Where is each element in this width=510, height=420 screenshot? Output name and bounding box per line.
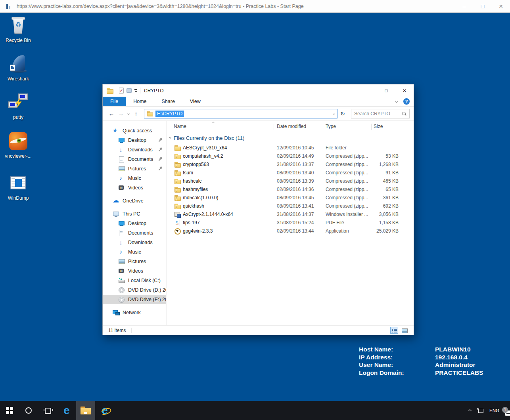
browser-close-button[interactable]: ✕: [492, 0, 510, 12]
group-rule: [248, 138, 410, 138]
sidebar-item-music[interactable]: Music: [103, 174, 166, 183]
tab-view[interactable]: View: [182, 97, 208, 106]
large-icons-view-button[interactable]: [400, 327, 408, 334]
address-dropdown-icon[interactable]: [333, 113, 335, 115]
file-row[interactable]: hashmyfiles02/09/2016 14:36Compressed (z…: [167, 185, 414, 194]
file-size: 361 KB: [351, 195, 399, 200]
column-header-name[interactable]: Name: [174, 124, 186, 129]
tab-file[interactable]: File: [103, 97, 126, 106]
collapse-group-icon[interactable]: [169, 136, 171, 139]
cortana-search-button[interactable]: [19, 401, 38, 420]
address-text[interactable]: E:\CRYPTO: [155, 111, 184, 117]
file-date: 08/09/2016 13:45: [277, 195, 314, 200]
file-type: File folder: [326, 145, 347, 151]
screen: https://www.practice-labs.com/device.asp…: [0, 0, 510, 420]
address-bar[interactable]: E:\CRYPTO: [144, 109, 337, 118]
task-view-icon: [44, 408, 52, 413]
search-placeholder[interactable]: Search CRYPTO: [354, 111, 402, 116]
sidebar-item-network[interactable]: Network: [103, 308, 166, 317]
sidebar-item-dvd-drive-e-2016[interactable]: DVD Drive (E:) 2016: [103, 295, 166, 304]
file-row[interactable]: AESCrypt_v310_x6412/09/2016 10:45File fo…: [167, 144, 414, 152]
file-row[interactable]: quickhash08/09/2016 13:41Compressed (zip…: [167, 202, 414, 210]
sidebar-item-label: DVD Drive (E:) 2016: [128, 297, 166, 302]
sidebar-item-dvd-drive-d-2014[interactable]: DVD Drive (D:) 2014: [103, 285, 166, 295]
start-button[interactable]: [0, 401, 19, 420]
column-separator[interactable]: [323, 124, 323, 130]
details-view-button[interactable]: [390, 327, 398, 334]
desktop-icon-windump[interactable]: WinDump: [0, 173, 36, 201]
file-row[interactable]: gpg4win-2.3.302/09/2016 13:44Application…: [167, 227, 414, 235]
file-row[interactable]: hashcalc08/09/2016 13:39Compressed (zipp…: [167, 177, 414, 185]
sidebar-item-label: Documents: [128, 230, 153, 236]
file-row[interactable]: pdffips-19731/08/2016 15:24PDF File1,158…: [167, 219, 414, 227]
file-explorer-taskbar-button[interactable]: [76, 401, 95, 420]
sidebar-item-label: DVD Drive (D:) 2014: [128, 287, 166, 293]
desktop-icon-wireshark[interactable]: Wireshark: [0, 53, 36, 82]
file-row[interactable]: cryptopp56331/08/2016 13:37Compressed (z…: [167, 160, 414, 169]
forward-button[interactable]: →: [116, 110, 126, 117]
search-box[interactable]: Search CRYPTO: [351, 109, 410, 118]
file-group-header[interactable]: Files Currently on the Disc (11): [169, 134, 410, 142]
file-row[interactable]: computehash_v4.202/09/2016 14:49Compress…: [167, 152, 414, 160]
recent-locations-dropdown-icon[interactable]: [126, 113, 131, 115]
sidebar-item-desktop[interactable]: Desktop: [103, 136, 166, 145]
sidebar-item-onedrive[interactable]: OneDrive: [103, 196, 166, 206]
help-icon[interactable]: ?: [403, 98, 410, 105]
app-file-icon: [174, 228, 180, 234]
logon-domain-value: PRACTICELABS: [435, 369, 483, 377]
file-row[interactable]: fsum08/09/2016 13:40Compressed (zipp...9…: [167, 169, 414, 177]
qat-customize-dropdown-icon[interactable]: [134, 89, 137, 92]
column-header-size[interactable]: Size: [374, 124, 383, 129]
sidebar-item-quick-access[interactable]: Quick access: [103, 126, 166, 136]
edge-taskbar-button[interactable]: e: [57, 401, 76, 420]
file-date: 08/09/2016 13:39: [277, 178, 314, 184]
file-row[interactable]: md5calc(1.0.0.0)08/09/2016 13:45Compress…: [167, 194, 414, 202]
file-row[interactable]: AxCrypt-2.1.1444.0-x6431/08/2016 14:37Wi…: [167, 210, 414, 219]
properties-icon[interactable]: ✓: [119, 88, 124, 94]
language-indicator[interactable]: ENG: [489, 408, 499, 413]
sidebar-item-label: Desktop: [128, 221, 146, 226]
sidebar-item-local-disk-c-[interactable]: Local Disk (C:): [103, 276, 166, 285]
desktop-icon-recycle-bin[interactable]: ♻Recycle Bin: [0, 15, 36, 43]
column-header-date-modified[interactable]: Date modified: [277, 124, 306, 129]
refresh-button[interactable]: ↻: [337, 111, 348, 117]
back-button[interactable]: ←: [107, 110, 116, 117]
sidebar-item-documents[interactable]: Documents: [103, 155, 166, 164]
internet-explorer-taskbar-button[interactable]: e: [95, 401, 114, 420]
sidebar-item-this-pc[interactable]: This PC: [103, 209, 166, 219]
pin-icon: [157, 166, 164, 172]
browser-minimize-button[interactable]: –: [455, 0, 474, 12]
sidebar-item-label: Quick access: [123, 128, 152, 134]
desktop-icon-putty[interactable]: ⚡putty: [0, 92, 36, 120]
up-button[interactable]: ↑: [131, 110, 141, 117]
show-hidden-icons-chevron[interactable]: [468, 409, 472, 412]
explorer-close-button[interactable]: ✕: [395, 84, 414, 97]
column-separator[interactable]: [371, 124, 372, 130]
sidebar-item-videos[interactable]: Videos: [103, 183, 166, 193]
explorer-minimize-button[interactable]: –: [359, 84, 377, 97]
documents-icon: [118, 156, 125, 162]
tab-home[interactable]: Home: [126, 97, 154, 106]
desktop-icon-vncviewer[interactable]: vncviewer-...: [0, 131, 36, 159]
column-header-type[interactable]: Type: [326, 124, 336, 129]
sidebar-item-videos[interactable]: Videos: [103, 266, 166, 276]
sidebar-item-downloads[interactable]: Downloads: [103, 238, 166, 247]
expand-ribbon-icon[interactable]: [395, 99, 398, 103]
column-separator[interactable]: [400, 124, 400, 130]
sidebar-item-desktop[interactable]: Desktop: [103, 219, 166, 228]
column-separator[interactable]: [274, 124, 274, 130]
search-icon[interactable]: [402, 111, 406, 116]
msi-file-icon: [174, 211, 180, 218]
browser-maximize-button[interactable]: □: [474, 0, 492, 12]
sidebar-item-documents[interactable]: Documents: [103, 228, 166, 238]
tab-share[interactable]: Share: [154, 97, 182, 106]
sidebar-item-downloads[interactable]: Downloads: [103, 145, 166, 155]
explorer-maximize-button[interactable]: □: [377, 84, 395, 97]
desktop-icon-label: Wireshark: [0, 76, 36, 82]
task-view-button[interactable]: [38, 401, 57, 420]
sidebar-item-pictures[interactable]: Pictures: [103, 257, 166, 266]
sidebar-item-pictures[interactable]: Pictures: [103, 164, 166, 174]
new-folder-icon[interactable]: [127, 88, 132, 93]
sidebar-item-music[interactable]: Music: [103, 247, 166, 257]
network-tray-icon[interactable]: [477, 408, 483, 413]
